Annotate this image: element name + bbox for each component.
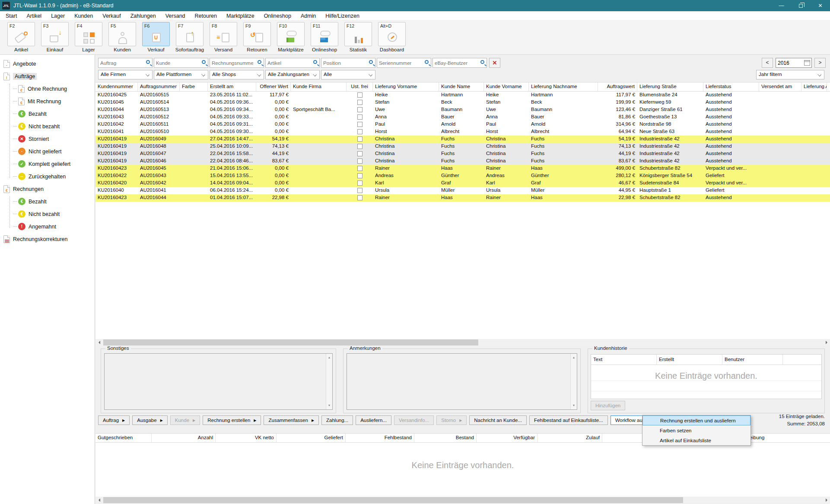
table-row[interactable]: KU2016044AU2016051304.05.2016 09:34...0,… [95, 106, 830, 114]
context-menu-item-artikel-auf-einkaufsliste[interactable]: Artikel auf Einkaufsliste [642, 435, 750, 445]
action-button-auftrag[interactable]: Auftrag▶ [98, 415, 130, 425]
close-button[interactable]: ✕ [811, 0, 830, 11]
sidebar-item-aufträge[interactable]: !Aufträge [0, 70, 95, 82]
toolbar-button-einkauf[interactable]: F3↓Einkauf [38, 22, 72, 54]
table-row[interactable]: KU20160420AU201604214.04.2016 09:04...0,… [95, 180, 830, 187]
toolbar-button-marktplätze[interactable]: F10Marktplätze [274, 22, 308, 54]
sidebar-item-rechnungskorrekturen[interactable]: Rechnungskorrekturen [0, 233, 95, 245]
ust-frei-checkbox[interactable] [357, 114, 363, 120]
column-header-erstellt-am[interactable]: Erstellt am [208, 82, 256, 91]
menu-item-artikel[interactable]: Artikel [22, 13, 46, 19]
scroll-right-icon[interactable] [823, 339, 830, 346]
anmerkungen-vscrollbar[interactable]: ▲ ▼ [570, 354, 577, 409]
positions-hscrollbar[interactable] [95, 497, 830, 504]
sonstiges-vscrollbar[interactable]: ▲ ▼ [326, 354, 332, 409]
search-icon[interactable] [313, 60, 317, 64]
column-header-kunde-firma[interactable]: Kunde Firma [291, 82, 347, 91]
filter-dropdown-alle[interactable]: Alle [321, 70, 375, 79]
action-button-storno[interactable]: Storno▶ [436, 415, 467, 425]
ust-frei-checkbox[interactable] [357, 181, 363, 186]
ust-frei-checkbox[interactable] [357, 136, 363, 142]
search-input-artikel[interactable] [266, 58, 309, 67]
action-button-zusammenfassen[interactable]: Zusammenfassen▶ [264, 415, 319, 425]
column-header-ust-frei[interactable]: Ust. frei [347, 82, 373, 91]
pos-column-header-fehlbestand[interactable]: Fehlbestand [346, 434, 414, 443]
search-input-ebay-benutzer[interactable] [433, 58, 476, 67]
filter-dropdown-alle-zahlungsarten[interactable]: Alle Zahlungsarten [265, 70, 320, 79]
search-icon[interactable] [258, 60, 261, 64]
menu-item-lager[interactable]: Lager [46, 13, 70, 19]
menu-item-marktplätze[interactable]: Marktplätze [222, 13, 259, 19]
sidebar-item-bezahlt[interactable]: €Bezahlt [0, 108, 95, 120]
filter-dropdown-alle-plattformen[interactable]: Alle Plattformen [154, 70, 208, 79]
ust-frei-checkbox[interactable] [357, 122, 363, 127]
toolbar-button-statistik[interactable]: F12Statistik [341, 22, 375, 54]
column-header-kunde-name[interactable]: Kunde Name [439, 82, 484, 91]
table-row[interactable]: KU2016045AU2016051404.05.2016 09:36...0,… [95, 99, 830, 106]
toolbar-button-dashboard[interactable]: Alt+DDashboard [375, 22, 409, 54]
pos-column-header-gutgeschrieben[interactable]: Gutgeschrieben [95, 434, 152, 443]
pos-column-header-zulauf[interactable]: Zulauf [537, 434, 602, 443]
toolbar-button-verkauf[interactable]: F6∪Verkauf [139, 22, 173, 54]
menu-item-kunden[interactable]: Kunden [70, 13, 98, 19]
pos-column-header-anzahl[interactable]: Anzahl [152, 434, 216, 443]
sidebar-item-nicht-geliefert[interactable]: Nicht geliefert [0, 145, 95, 158]
table-row[interactable]: KU2016040AU201604106.04.2016 15:24...0,0… [95, 187, 830, 194]
sidebar-item-rechnungen[interactable]: €Rechnungen [0, 183, 95, 195]
search-input-seriennummer[interactable] [377, 58, 420, 67]
calendar-icon[interactable] [804, 60, 810, 66]
sonstiges-textarea[interactable]: ▲ ▼ [104, 353, 333, 410]
action-button-ausgabe[interactable]: Ausgabe▶ [132, 415, 168, 425]
table-row[interactable]: KU20160419AU201604825.04.2016 10:09...74… [95, 143, 830, 150]
year-filter-dropdown[interactable]: Jahr filtern [756, 70, 824, 79]
sidebar-item-zurückgehalten[interactable]: •••Zurückgehalten [0, 170, 95, 183]
table-row[interactable]: KU20160423AU201604401.04.2016 15:07...22… [95, 194, 830, 202]
toolbar-button-retouren[interactable]: F9↺Retouren [240, 22, 274, 54]
pos-column-header-geliefert[interactable]: Geliefert [277, 434, 346, 443]
year-input[interactable] [776, 58, 800, 67]
year-prev-button[interactable]: < [762, 58, 773, 68]
menu-item-hilfe-lizenzen[interactable]: Hilfe/Lizenzen [321, 13, 364, 19]
table-row[interactable]: KU20160423AU201604521.04.2016 15:06...0,… [95, 165, 830, 172]
sidebar-item-komplett-geliefert[interactable]: ✓Komplett geliefert [0, 158, 95, 170]
menu-item-verkauf[interactable]: Verkauf [98, 13, 125, 19]
search-icon[interactable] [202, 60, 206, 64]
search-input-rechnungsnummer[interactable] [210, 58, 253, 67]
table-row[interactable]: KU20160419AU201604927.04.2016 14:47...54… [95, 136, 830, 143]
action-button-kunde[interactable]: Kunde▶ [170, 415, 200, 425]
menu-item-versand[interactable]: Versand [161, 13, 190, 19]
toolbar-button-artikel[interactable]: F2Artikel [4, 22, 38, 54]
sidebar-item-nicht-bezahlt[interactable]: €Nicht bezahlt [0, 208, 95, 220]
pos-column-header-verfügbar[interactable]: Verfügbar [477, 434, 537, 443]
menu-item-start[interactable]: Start [1, 13, 22, 19]
column-header-kundennummer[interactable]: Kundennummer [95, 82, 138, 91]
scroll-right-icon[interactable] [823, 497, 830, 504]
anmerkungen-textarea[interactable]: ▲ ▼ [347, 353, 577, 410]
toolbar-button-onlineshop[interactable]: F11Onlineshop [308, 22, 341, 54]
table-row[interactable]: KU20160425AU2016051523.05.2016 11:02...1… [95, 92, 830, 99]
table-row[interactable]: KU20160419AU201604622.04.2016 08:46...83… [95, 158, 830, 165]
sidebar-item-angemahnt[interactable]: !Angemahnt [0, 220, 95, 233]
toolbar-button-versand[interactable]: F8≡Versand [207, 22, 240, 54]
context-menu-item-farben-setzen[interactable]: Farben setzen [642, 425, 750, 435]
toolbar-button-lager[interactable]: F4Lager [72, 22, 105, 54]
menu-item-zahlungen[interactable]: Zahlungen [126, 13, 161, 19]
minimize-button[interactable]: — [772, 0, 791, 11]
scroll-up-icon[interactable]: ▲ [571, 355, 577, 361]
scrollbar-thumb[interactable] [103, 339, 478, 346]
kh-column-header-benutzer[interactable]: Benutzer [722, 355, 783, 365]
context-menu-item-rechnung-erstellen-und-ausliefern[interactable]: Rechnung erstellen und ausliefern [642, 415, 750, 425]
column-header-kunde-vorname[interactable]: Kunde Vorname [484, 82, 529, 91]
search-icon[interactable] [369, 60, 373, 64]
restore-button[interactable] [791, 0, 811, 11]
clear-search-button[interactable]: ✕ [489, 58, 500, 68]
column-header-lieferung-nachname[interactable]: Lieferung Nachname [529, 82, 598, 91]
action-button-nachricht-an-kunde[interactable]: Nachricht an Kunde... [469, 415, 527, 425]
column-header-lieferstatus[interactable]: Lieferstatus [703, 82, 759, 91]
ust-frei-checkbox[interactable] [357, 158, 363, 164]
ust-frei-checkbox[interactable] [357, 92, 363, 98]
scroll-down-icon[interactable]: ▼ [571, 403, 577, 409]
search-icon[interactable] [425, 60, 429, 64]
column-header-farbe[interactable]: Farbe [180, 82, 208, 91]
search-icon[interactable] [480, 60, 484, 64]
